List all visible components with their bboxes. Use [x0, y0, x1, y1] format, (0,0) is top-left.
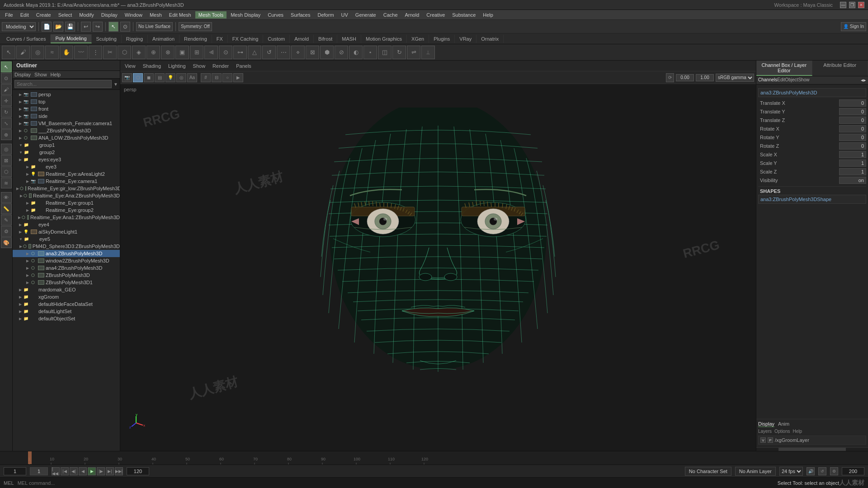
viewport[interactable]: View Shading Lighting Show Render Panels… [120, 61, 756, 451]
fps-dropdown[interactable]: 24 fps [779, 467, 803, 476]
outliner-item[interactable]: ▶⬡Realtime_Eye:Ana:ZBrushPolyMesh3D [13, 192, 120, 199]
shelf-icon-bevel[interactable]: ◈ [132, 46, 146, 59]
shelf-icon-wedge[interactable]: ◐ [349, 46, 363, 59]
cb-tab-attribute-editor[interactable]: Attribute Editor [812, 61, 868, 76]
outliner-item[interactable]: ▶⬡PM4D_Sphere3D3:ZBrushPolyMesh3D [13, 243, 120, 250]
cb-stab-show[interactable]: Show [798, 77, 809, 83]
max-frame-field[interactable] [842, 467, 864, 475]
menu-item-edit[interactable]: Edit [17, 11, 32, 19]
restore-button[interactable]: ❐ [849, 2, 855, 8]
pb-next-key[interactable]: ▶| [106, 467, 114, 475]
current-frame-field[interactable] [30, 467, 48, 475]
menu-item-deform[interactable]: Deform [314, 11, 337, 19]
no-live-surface-btn[interactable]: No Live Surface [136, 22, 173, 31]
outliner-item[interactable]: ▶💡Realtime_Eye:aAreaLight2 [13, 170, 120, 178]
vp-tool-render-view[interactable]: ▶ [233, 73, 243, 82]
tool-component[interactable]: ⬡ [1, 166, 12, 177]
toolbar-open[interactable]: 📂 [53, 22, 63, 32]
shelf-tab-fx-caching[interactable]: FX Caching [228, 35, 263, 43]
cb-rotate-y-value[interactable]: 0 [839, 134, 866, 141]
menu-item-mesh-display[interactable]: Mesh Display [227, 11, 264, 19]
menu-item-curves[interactable]: Curves [264, 11, 287, 19]
outliner-item[interactable]: ▶📷persp [13, 91, 120, 98]
menu-item-display[interactable]: Display [98, 11, 121, 19]
vp-tool-texture[interactable]: ▤ [155, 73, 165, 82]
menu-item-create[interactable]: Create [33, 11, 54, 19]
shelf-tab-plugins[interactable]: Plugins [429, 35, 455, 43]
shelf-icon-split[interactable]: ⋯ [277, 46, 290, 59]
shelf-icon-fill[interactable]: ▣ [175, 46, 189, 59]
cb-translate-z-value[interactable]: 0 [839, 117, 866, 124]
outliner-item[interactable]: ▶📁defaultLightSet [13, 308, 120, 315]
shelf-tab-arnold[interactable]: Arnold [290, 35, 314, 43]
tool-rotate[interactable]: ↻ [1, 107, 12, 117]
pb-play-back[interactable]: ◀ [79, 467, 87, 475]
outliner-item[interactable]: ▶⬡Realtime_Eye:gir_low:ZBrushPolyMesh3D [13, 185, 120, 192]
vp-menu-view[interactable]: View [122, 62, 138, 70]
menu-item-creative[interactable]: Creative [423, 11, 448, 19]
tool-show-hide[interactable]: 👁 [1, 192, 12, 203]
outliner-item[interactable]: ▶📷VM_Basemesh_Female:camera1 [13, 120, 120, 127]
vp-tool-xray[interactable]: ◎ [176, 73, 186, 82]
le-stab-layers[interactable]: Layers [758, 429, 772, 434]
no-character-set[interactable]: No Character Set [685, 467, 731, 476]
cb-translate-x-value[interactable]: 0 [839, 99, 866, 107]
shelf-tab-fx[interactable]: FX [212, 35, 228, 43]
cb-translate-y-value[interactable]: 0 [839, 108, 866, 115]
vp-color-space[interactable]: sRGB gamma [716, 74, 754, 82]
shelf-icon-paint[interactable]: 🖌 [16, 46, 30, 59]
mode-dropdown[interactable]: Modeling [2, 22, 36, 31]
menu-item-uv[interactable]: UV [338, 11, 351, 19]
pb-prev-key[interactable]: |◀ [61, 467, 69, 475]
shelf-icon-crease[interactable]: ⋮ [89, 46, 102, 59]
outliner-item[interactable]: ▶⬡___ZBrushPolyMesh3D [13, 127, 120, 134]
shelf-icon-detach[interactable]: ⊘ [335, 46, 348, 59]
pb-skip-end[interactable]: ▶▶| [115, 467, 123, 475]
cb-stab-object[interactable]: Object [785, 77, 798, 83]
menu-item-arnold[interactable]: Arnold [402, 11, 423, 19]
shelf-icon-grab[interactable]: ✋ [60, 46, 73, 59]
outliner-menu-show[interactable]: Show [34, 72, 47, 77]
settings-btn[interactable]: ⚙ [830, 467, 838, 475]
minimize-button[interactable]: — [840, 2, 846, 8]
pb-skip-start[interactable]: |◀◀ [52, 467, 60, 475]
pb-step-back[interactable]: ◀| [70, 467, 78, 475]
outliner-item[interactable]: ▶⬡ana4:ZBrushPolyMesh3D [13, 264, 120, 272]
vp-camera-manip[interactable]: ⟳ [666, 73, 674, 82]
menu-item-file[interactable]: File [2, 11, 16, 19]
tool-measure[interactable]: 📏 [1, 203, 12, 214]
vp-tool-grid[interactable]: # [201, 73, 211, 82]
shelf-tab-xgen[interactable]: XGen [407, 35, 429, 43]
shelf-icon-append[interactable]: ⬢ [320, 46, 334, 59]
tool-sculpt[interactable]: ≋ [1, 178, 12, 188]
vp-tool-solid[interactable]: ◼ [144, 73, 154, 82]
layer-visibility-check[interactable]: V [760, 437, 766, 443]
loop-btn[interactable]: ↺ [818, 467, 826, 475]
shelf-icon-knife[interactable]: ⋄ [291, 46, 305, 59]
outliner-item[interactable]: ▶📷side [13, 113, 120, 120]
tool-scale[interactable]: ⤡ [1, 118, 12, 129]
timeline-ruler[interactable]: 1 10 20 30 40 50 60 70 80 90 100 110 120 [0, 451, 868, 465]
shelf-tab-poly-modeling[interactable]: Poly Modeling [51, 34, 91, 43]
vp-menu-show[interactable]: Show [190, 62, 208, 70]
shelf-icon-multicut[interactable]: ✂ [103, 46, 117, 59]
sign-in-btn[interactable]: 👤 Sign In [841, 22, 866, 31]
shelf-icon-relax[interactable]: 〰 [74, 46, 88, 59]
menu-item-help[interactable]: Help [480, 11, 496, 19]
menu-item-cache[interactable]: Cache [380, 11, 401, 19]
menu-item-modify[interactable]: Modify [76, 11, 97, 19]
shelf-icon-bridge[interactable]: ⊗ [161, 46, 175, 59]
outliner-item[interactable]: ▶📁Realtime_Eye:group2 [13, 206, 120, 214]
outliner-item[interactable]: ▶📁xgGroom [13, 293, 120, 300]
outliner-item[interactable]: ▶⬡ZBrushPolyMesh3D [13, 272, 120, 279]
shelf-icon-target[interactable]: ⊶ [233, 46, 247, 59]
outliner-item[interactable]: ▼📁group1 [13, 141, 120, 149]
vp-tool-aa[interactable]: Aa [187, 73, 197, 82]
tool-select[interactable]: ↖ [1, 61, 12, 72]
outliner-item[interactable]: ▶💡aiSkyDomeLight1 [13, 228, 120, 235]
tool-render[interactable]: 🎨 [1, 237, 12, 248]
vp-menu-panels[interactable]: Panels [233, 62, 254, 70]
end-frame-field[interactable] [127, 467, 149, 475]
vp-value-input2[interactable] [696, 74, 714, 81]
outliner-item[interactable]: ▶📁Realtime_Eye:group1 [13, 199, 120, 206]
